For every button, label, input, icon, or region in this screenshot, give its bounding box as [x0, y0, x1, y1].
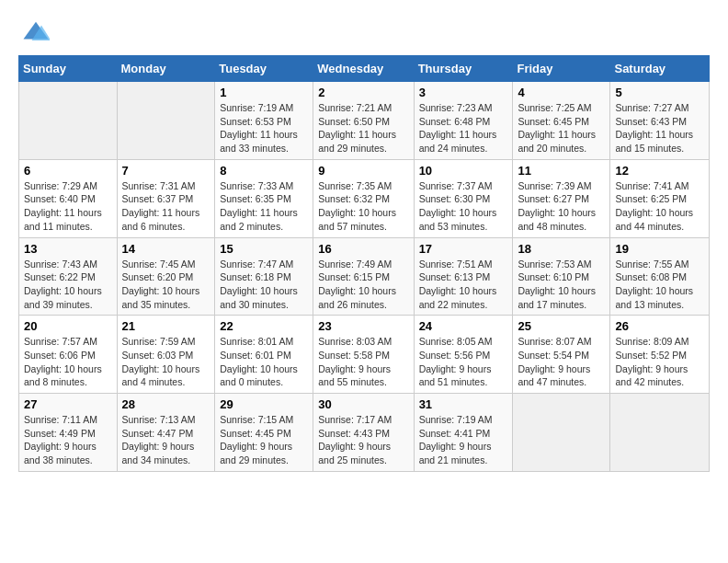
day-number: 14 [122, 242, 210, 256]
day-info: Sunrise: 7:35 AM Sunset: 6:32 PM Dayligh… [318, 179, 408, 234]
day-info: Sunrise: 7:17 AM Sunset: 4:43 PM Dayligh… [318, 413, 408, 467]
day-number: 30 [318, 397, 408, 411]
week-row-5: 27Sunrise: 7:11 AM Sunset: 4:49 PM Dayli… [19, 394, 710, 472]
day-number: 19 [615, 242, 704, 256]
day-cell: 29Sunrise: 7:15 AM Sunset: 4:45 PM Dayli… [215, 394, 313, 472]
day-cell [19, 82, 118, 160]
day-number: 28 [122, 397, 210, 411]
day-info: Sunrise: 8:07 AM Sunset: 5:54 PM Dayligh… [518, 335, 605, 389]
day-cell: 5Sunrise: 7:27 AM Sunset: 6:43 PM Daylig… [610, 82, 710, 160]
header-cell-thursday: Thursday [414, 56, 513, 82]
day-cell: 21Sunrise: 7:59 AM Sunset: 6:03 PM Dayli… [117, 316, 215, 394]
day-cell: 31Sunrise: 7:19 AM Sunset: 4:41 PM Dayli… [414, 394, 513, 472]
day-number: 2 [318, 86, 408, 99]
day-info: Sunrise: 7:23 AM Sunset: 6:48 PM Dayligh… [419, 101, 508, 155]
day-number: 7 [122, 164, 210, 178]
header-cell-wednesday: Wednesday [313, 56, 414, 82]
day-number: 8 [220, 164, 308, 178]
week-row-4: 20Sunrise: 7:57 AM Sunset: 6:06 PM Dayli… [19, 316, 710, 394]
day-info: Sunrise: 7:43 AM Sunset: 6:22 PM Dayligh… [24, 258, 112, 312]
day-cell: 4Sunrise: 7:25 AM Sunset: 6:45 PM Daylig… [513, 82, 610, 160]
day-cell: 10Sunrise: 7:37 AM Sunset: 6:30 PM Dayli… [414, 159, 513, 237]
day-number: 21 [122, 319, 210, 333]
header-cell-sunday: Sunday [19, 56, 118, 82]
calendar-table: SundayMondayTuesdayWednesdayThursdayFrid… [18, 55, 710, 472]
day-number: 10 [419, 164, 508, 178]
day-info: Sunrise: 7:13 AM Sunset: 4:47 PM Dayligh… [122, 413, 210, 467]
day-cell: 9Sunrise: 7:35 AM Sunset: 6:32 PM Daylig… [313, 159, 414, 237]
header-cell-friday: Friday [513, 56, 610, 82]
day-info: Sunrise: 7:51 AM Sunset: 6:13 PM Dayligh… [419, 258, 508, 312]
day-cell: 24Sunrise: 8:05 AM Sunset: 5:56 PM Dayli… [414, 316, 513, 394]
day-cell: 20Sunrise: 7:57 AM Sunset: 6:06 PM Dayli… [19, 316, 118, 394]
day-number: 1 [220, 86, 308, 99]
day-number: 24 [419, 319, 508, 333]
day-number: 13 [24, 242, 112, 256]
day-info: Sunrise: 7:29 AM Sunset: 6:40 PM Dayligh… [24, 179, 112, 234]
day-cell: 28Sunrise: 7:13 AM Sunset: 4:47 PM Dayli… [117, 394, 215, 472]
day-number: 5 [615, 86, 704, 99]
day-number: 3 [419, 86, 508, 99]
day-info: Sunrise: 8:01 AM Sunset: 6:01 PM Dayligh… [220, 335, 308, 389]
day-number: 20 [24, 319, 112, 333]
day-number: 31 [419, 397, 508, 411]
day-info: Sunrise: 8:03 AM Sunset: 5:58 PM Dayligh… [318, 335, 408, 389]
day-cell: 13Sunrise: 7:43 AM Sunset: 6:22 PM Dayli… [19, 237, 118, 316]
day-info: Sunrise: 7:19 AM Sunset: 6:53 PM Dayligh… [220, 101, 308, 155]
day-cell: 8Sunrise: 7:33 AM Sunset: 6:35 PM Daylig… [215, 159, 313, 237]
day-cell: 14Sunrise: 7:45 AM Sunset: 6:20 PM Dayli… [117, 237, 215, 316]
day-info: Sunrise: 7:19 AM Sunset: 4:41 PM Dayligh… [419, 413, 508, 467]
header [18, 18, 710, 46]
day-info: Sunrise: 7:37 AM Sunset: 6:30 PM Dayligh… [419, 179, 508, 234]
day-cell: 23Sunrise: 8:03 AM Sunset: 5:58 PM Dayli… [313, 316, 414, 394]
day-cell: 7Sunrise: 7:31 AM Sunset: 6:37 PM Daylig… [117, 159, 215, 237]
day-cell: 18Sunrise: 7:53 AM Sunset: 6:10 PM Dayli… [513, 237, 610, 316]
day-cell [117, 82, 215, 160]
day-cell: 3Sunrise: 7:23 AM Sunset: 6:48 PM Daylig… [414, 82, 513, 160]
day-cell: 19Sunrise: 7:55 AM Sunset: 6:08 PM Dayli… [610, 237, 710, 316]
logo [18, 18, 50, 46]
logo-icon [22, 18, 50, 46]
day-number: 23 [318, 319, 408, 333]
day-number: 29 [220, 397, 308, 411]
day-number: 12 [615, 164, 704, 178]
header-cell-monday: Monday [117, 56, 215, 82]
day-info: Sunrise: 8:05 AM Sunset: 5:56 PM Dayligh… [419, 335, 508, 389]
day-number: 11 [518, 164, 605, 178]
day-info: Sunrise: 7:15 AM Sunset: 4:45 PM Dayligh… [220, 413, 308, 467]
day-cell: 12Sunrise: 7:41 AM Sunset: 6:25 PM Dayli… [610, 159, 710, 237]
day-number: 6 [24, 164, 112, 178]
day-cell [513, 394, 610, 472]
day-info: Sunrise: 7:39 AM Sunset: 6:27 PM Dayligh… [518, 179, 605, 234]
day-info: Sunrise: 7:59 AM Sunset: 6:03 PM Dayligh… [122, 335, 210, 389]
day-cell: 6Sunrise: 7:29 AM Sunset: 6:40 PM Daylig… [19, 159, 118, 237]
day-cell: 27Sunrise: 7:11 AM Sunset: 4:49 PM Dayli… [19, 394, 118, 472]
day-info: Sunrise: 7:21 AM Sunset: 6:50 PM Dayligh… [318, 101, 408, 155]
header-cell-tuesday: Tuesday [215, 56, 313, 82]
day-number: 26 [615, 319, 704, 333]
day-cell: 26Sunrise: 8:09 AM Sunset: 5:52 PM Dayli… [610, 316, 710, 394]
day-number: 27 [24, 397, 112, 411]
day-info: Sunrise: 7:33 AM Sunset: 6:35 PM Dayligh… [220, 179, 308, 234]
day-info: Sunrise: 7:27 AM Sunset: 6:43 PM Dayligh… [615, 101, 704, 155]
day-number: 15 [220, 242, 308, 256]
day-info: Sunrise: 7:41 AM Sunset: 6:25 PM Dayligh… [615, 179, 704, 234]
day-cell: 15Sunrise: 7:47 AM Sunset: 6:18 PM Dayli… [215, 237, 313, 316]
day-info: Sunrise: 7:55 AM Sunset: 6:08 PM Dayligh… [615, 258, 704, 312]
day-number: 22 [220, 319, 308, 333]
day-number: 18 [518, 242, 605, 256]
day-cell: 17Sunrise: 7:51 AM Sunset: 6:13 PM Dayli… [414, 237, 513, 316]
day-cell: 1Sunrise: 7:19 AM Sunset: 6:53 PM Daylig… [215, 82, 313, 160]
day-info: Sunrise: 8:09 AM Sunset: 5:52 PM Dayligh… [615, 335, 704, 389]
week-row-1: 1Sunrise: 7:19 AM Sunset: 6:53 PM Daylig… [19, 82, 710, 160]
day-number: 25 [518, 319, 605, 333]
day-cell: 11Sunrise: 7:39 AM Sunset: 6:27 PM Dayli… [513, 159, 610, 237]
day-number: 16 [318, 242, 408, 256]
day-cell: 22Sunrise: 8:01 AM Sunset: 6:01 PM Dayli… [215, 316, 313, 394]
day-cell: 30Sunrise: 7:17 AM Sunset: 4:43 PM Dayli… [313, 394, 414, 472]
day-number: 17 [419, 242, 508, 256]
day-number: 9 [318, 164, 408, 178]
day-info: Sunrise: 7:31 AM Sunset: 6:37 PM Dayligh… [122, 179, 210, 234]
day-info: Sunrise: 7:47 AM Sunset: 6:18 PM Dayligh… [220, 258, 308, 312]
day-cell: 25Sunrise: 8:07 AM Sunset: 5:54 PM Dayli… [513, 316, 610, 394]
